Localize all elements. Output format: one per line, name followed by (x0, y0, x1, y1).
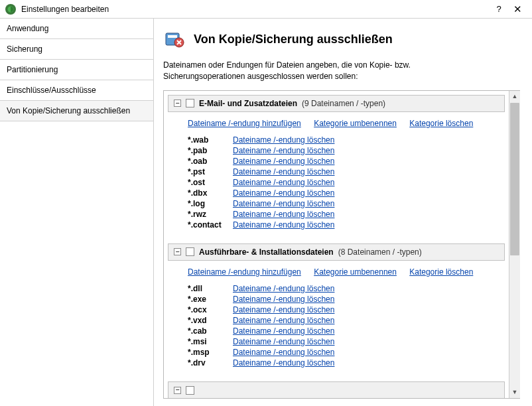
ext-row: *.mspDateiname /-endung löschen (188, 347, 496, 358)
category-header: − E-Mail- und Zusatzdateien (9 Dateiname… (168, 95, 505, 112)
category-name: E-Mail- und Zusatzdateien (199, 99, 297, 108)
ext-row: *.dllDateiname /-endung löschen (188, 283, 496, 294)
ext-row: *.dbxDateiname /-endung löschen (188, 188, 496, 198)
ext-row: *.ocxDateiname /-endung löschen (188, 304, 496, 315)
delete-ext-link[interactable]: Dateiname /-endung löschen (233, 295, 334, 304)
sidebar-item-anwendung[interactable]: Anwendung (0, 19, 153, 39)
ext-row: *.logDateiname /-endung löschen (188, 198, 496, 209)
close-button[interactable]: ✕ (508, 0, 527, 19)
scroll-up-icon[interactable]: ▲ (509, 91, 520, 102)
category-header: − Ausführbare- & Installationsdateien (8… (168, 243, 505, 261)
category-checkbox[interactable] (186, 247, 194, 256)
category-checkbox[interactable] (186, 99, 194, 107)
window-title: Einstellungen bearbeiten (21, 5, 490, 14)
delete-ext-link[interactable]: Dateiname /-endung löschen (233, 316, 334, 325)
sidebar-item-einschluesse[interactable]: Einschlüsse/Ausschlüsse (0, 80, 153, 101)
category-executables: − Ausführbare- & Installationsdateien (8… (168, 243, 505, 372)
delete-ext-link[interactable]: Dateiname /-endung löschen (233, 305, 334, 314)
main: Anwendung Sicherung Partitionierung Eins… (0, 19, 532, 406)
ext-row: *.cabDateiname /-endung löschen (188, 326, 496, 336)
delete-ext-link[interactable]: Dateiname /-endung löschen (233, 220, 334, 230)
expand-toggle-icon[interactable]: − (174, 100, 181, 107)
ext-name: *.msp (188, 348, 224, 357)
ext-name: *.log (188, 199, 224, 208)
category-body: Dateiname /-endung hinzufügen Kategorie … (168, 112, 505, 234)
ext-name: *.wab (188, 135, 224, 145)
delete-ext-link[interactable]: Dateiname /-endung löschen (233, 167, 334, 176)
add-ext-link[interactable]: Dateiname /-endung hinzufügen (188, 119, 301, 128)
category-checkbox[interactable] (186, 386, 194, 395)
rename-cat-link[interactable]: Kategorie umbenennen (314, 267, 397, 277)
ext-row: *.exeDateiname /-endung löschen (188, 294, 496, 304)
category-count: (8 Dateinamen / -typen) (338, 247, 422, 257)
ext-name: *.oab (188, 157, 224, 166)
delete-ext-link[interactable]: Dateiname /-endung löschen (233, 337, 334, 346)
delete-ext-link[interactable]: Dateiname /-endung löschen (233, 188, 334, 198)
ext-row: *.pstDateiname /-endung löschen (188, 167, 496, 177)
rename-cat-link[interactable]: Kategorie umbenennen (314, 119, 397, 128)
ext-name: *.vxd (188, 316, 224, 325)
categories-list: − E-Mail- und Zusatzdateien (9 Dateiname… (164, 91, 509, 398)
titlebar: Einstellungen bearbeiten ? ✕ (0, 0, 532, 19)
category-count: (9 Dateinamen / -typen) (302, 99, 385, 108)
expand-toggle-icon[interactable]: − (174, 248, 181, 255)
ext-name: *.rwz (188, 210, 224, 219)
ext-list: *.wabDateiname /-endung löschen*.pabDate… (188, 135, 496, 230)
vertical-scrollbar[interactable]: ▲ ▼ (509, 91, 520, 398)
ext-row: *.pabDateiname /-endung löschen (188, 145, 496, 156)
delete-ext-link[interactable]: Dateiname /-endung löschen (233, 199, 334, 208)
ext-name: *.drv (188, 358, 224, 368)
sidebar-item-ausschliessen[interactable]: Von Kopie/Sicherung ausschließen (0, 101, 153, 121)
ext-name: *.ost (188, 178, 224, 187)
delete-ext-link[interactable]: Dateiname /-endung löschen (233, 178, 334, 187)
ext-name: *.contact (188, 220, 224, 230)
category-actions: Dateiname /-endung hinzufügen Kategorie … (188, 267, 496, 277)
add-ext-link[interactable]: Dateiname /-endung hinzufügen (188, 267, 301, 277)
ext-row: *.wabDateiname /-endung löschen (188, 135, 496, 145)
ext-row: *.msiDateiname /-endung löschen (188, 336, 496, 347)
sidebar-item-sicherung[interactable]: Sicherung (0, 39, 153, 60)
delete-cat-link[interactable]: Kategorie löschen (409, 119, 473, 128)
ext-row: *.rwzDateiname /-endung löschen (188, 209, 496, 220)
scroll-down-icon[interactable]: ▼ (509, 387, 520, 398)
delete-cat-link[interactable]: Kategorie löschen (409, 267, 473, 277)
categories-panel: − E-Mail- und Zusatzdateien (9 Dateiname… (163, 90, 520, 399)
delete-ext-link[interactable]: Dateiname /-endung löschen (233, 135, 334, 145)
ext-name: *.pab (188, 146, 224, 155)
app-icon (5, 4, 16, 15)
ext-row: *.vxdDateiname /-endung löschen (188, 315, 496, 326)
category-header-partial: − (168, 381, 505, 398)
delete-ext-link[interactable]: Dateiname /-endung löschen (233, 284, 334, 293)
ext-row: *.drvDateiname /-endung löschen (188, 358, 496, 368)
delete-ext-link[interactable]: Dateiname /-endung löschen (233, 358, 334, 368)
svg-rect-2 (168, 35, 177, 38)
delete-ext-link[interactable]: Dateiname /-endung löschen (233, 146, 334, 155)
category-body: Dateiname /-endung hinzufügen Kategorie … (168, 261, 505, 372)
page-header: Von Kopie/Sicherung ausschließen (163, 28, 520, 50)
ext-name: *.exe (188, 295, 224, 304)
delete-ext-link[interactable]: Dateiname /-endung löschen (233, 348, 334, 357)
ext-name: *.ocx (188, 305, 224, 314)
ext-name: *.pst (188, 167, 224, 176)
ext-name: *.cab (188, 326, 224, 336)
page-title: Von Kopie/Sicherung ausschließen (194, 33, 393, 46)
page-description: Dateinamen oder Endungen für Dateien ang… (163, 60, 520, 82)
category-name: Ausführbare- & Installationsdateien (199, 247, 334, 257)
help-button[interactable]: ? (490, 0, 508, 19)
category-actions: Dateiname /-endung hinzufügen Kategorie … (188, 119, 496, 128)
content-area: Von Kopie/Sicherung ausschließen Dateina… (154, 19, 532, 406)
sidebar: Anwendung Sicherung Partitionierung Eins… (0, 19, 154, 406)
ext-name: *.dbx (188, 188, 224, 198)
category-email: − E-Mail- und Zusatzdateien (9 Dateiname… (168, 95, 505, 234)
delete-ext-link[interactable]: Dateiname /-endung löschen (233, 210, 334, 219)
scrollbar-thumb[interactable] (510, 103, 519, 255)
delete-ext-link[interactable]: Dateiname /-endung löschen (233, 326, 334, 336)
ext-row: *.ostDateiname /-endung löschen (188, 177, 496, 188)
ext-row: *.oabDateiname /-endung löschen (188, 156, 496, 167)
ext-list: *.dllDateiname /-endung löschen*.exeDate… (188, 283, 496, 368)
ext-name: *.msi (188, 337, 224, 346)
ext-row: *.contactDateiname /-endung löschen (188, 220, 496, 230)
delete-ext-link[interactable]: Dateiname /-endung löschen (233, 157, 334, 166)
sidebar-item-partitionierung[interactable]: Partitionierung (0, 60, 153, 80)
expand-toggle-icon[interactable]: − (174, 387, 181, 394)
